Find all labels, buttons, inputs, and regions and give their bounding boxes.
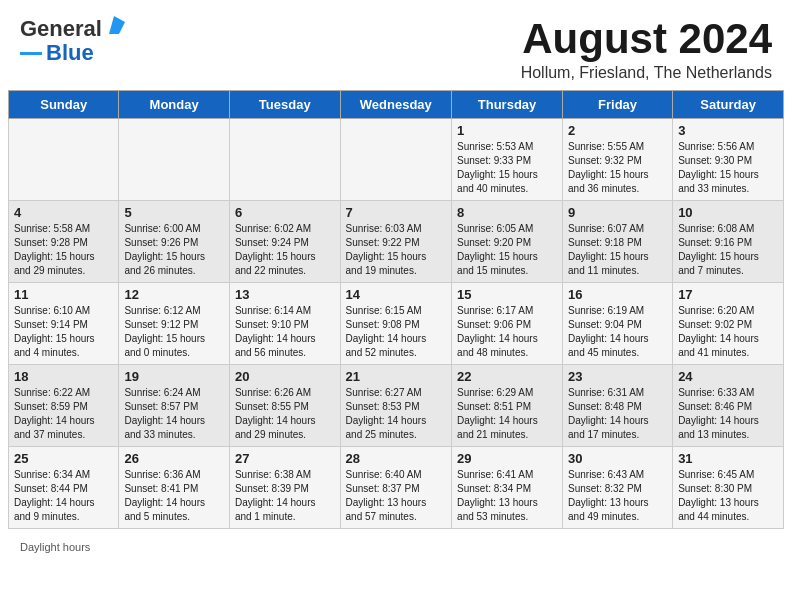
calendar-cell: 18Sunrise: 6:22 AM Sunset: 8:59 PM Dayli… [9, 365, 119, 447]
cell-content: Sunrise: 6:38 AM Sunset: 8:39 PM Dayligh… [235, 468, 335, 524]
calendar-cell: 24Sunrise: 6:33 AM Sunset: 8:46 PM Dayli… [673, 365, 784, 447]
calendar-cell: 23Sunrise: 6:31 AM Sunset: 8:48 PM Dayli… [563, 365, 673, 447]
calendar-cell: 26Sunrise: 6:36 AM Sunset: 8:41 PM Dayli… [119, 447, 230, 529]
cell-content: Sunrise: 5:53 AM Sunset: 9:33 PM Dayligh… [457, 140, 557, 196]
day-number: 16 [568, 287, 667, 302]
cell-content: Sunrise: 6:08 AM Sunset: 9:16 PM Dayligh… [678, 222, 778, 278]
calendar-header: Sunday Monday Tuesday Wednesday Thursday… [9, 91, 784, 119]
col-tuesday: Tuesday [229, 91, 340, 119]
calendar-cell [229, 119, 340, 201]
cell-content: Sunrise: 6:07 AM Sunset: 9:18 PM Dayligh… [568, 222, 667, 278]
day-number: 3 [678, 123, 778, 138]
day-number: 15 [457, 287, 557, 302]
cell-content: Sunrise: 6:40 AM Sunset: 8:37 PM Dayligh… [346, 468, 447, 524]
calendar-cell [119, 119, 230, 201]
day-number: 2 [568, 123, 667, 138]
calendar-cell: 11Sunrise: 6:10 AM Sunset: 9:14 PM Dayli… [9, 283, 119, 365]
logo: General Blue [20, 16, 125, 66]
col-monday: Monday [119, 91, 230, 119]
cell-content: Sunrise: 6:26 AM Sunset: 8:55 PM Dayligh… [235, 386, 335, 442]
calendar-cell: 6Sunrise: 6:02 AM Sunset: 9:24 PM Daylig… [229, 201, 340, 283]
day-number: 11 [14, 287, 113, 302]
col-wednesday: Wednesday [340, 91, 452, 119]
cell-content: Sunrise: 6:24 AM Sunset: 8:57 PM Dayligh… [124, 386, 224, 442]
calendar-cell: 19Sunrise: 6:24 AM Sunset: 8:57 PM Dayli… [119, 365, 230, 447]
cell-content: Sunrise: 6:15 AM Sunset: 9:08 PM Dayligh… [346, 304, 447, 360]
day-number: 17 [678, 287, 778, 302]
calendar-cell: 29Sunrise: 6:41 AM Sunset: 8:34 PM Dayli… [452, 447, 563, 529]
cell-content: Sunrise: 5:55 AM Sunset: 9:32 PM Dayligh… [568, 140, 667, 196]
calendar-wrapper: Sunday Monday Tuesday Wednesday Thursday… [0, 90, 792, 537]
footer: Daylight hours [0, 537, 792, 557]
day-number: 27 [235, 451, 335, 466]
calendar-cell: 22Sunrise: 6:29 AM Sunset: 8:51 PM Dayli… [452, 365, 563, 447]
calendar-body: 1Sunrise: 5:53 AM Sunset: 9:33 PM Daylig… [9, 119, 784, 529]
logo-line-icon [20, 52, 42, 55]
calendar-cell: 7Sunrise: 6:03 AM Sunset: 9:22 PM Daylig… [340, 201, 452, 283]
day-number: 30 [568, 451, 667, 466]
logo-blue-text: Blue [46, 40, 94, 66]
day-number: 13 [235, 287, 335, 302]
col-sunday: Sunday [9, 91, 119, 119]
month-year-title: August 2024 [521, 16, 772, 62]
day-number: 1 [457, 123, 557, 138]
calendar-cell: 21Sunrise: 6:27 AM Sunset: 8:53 PM Dayli… [340, 365, 452, 447]
calendar-cell: 13Sunrise: 6:14 AM Sunset: 9:10 PM Dayli… [229, 283, 340, 365]
logo-triangle-icon [103, 16, 125, 38]
calendar-cell: 16Sunrise: 6:19 AM Sunset: 9:04 PM Dayli… [563, 283, 673, 365]
calendar-cell: 12Sunrise: 6:12 AM Sunset: 9:12 PM Dayli… [119, 283, 230, 365]
calendar-week-row: 11Sunrise: 6:10 AM Sunset: 9:14 PM Dayli… [9, 283, 784, 365]
calendar-cell: 5Sunrise: 6:00 AM Sunset: 9:26 PM Daylig… [119, 201, 230, 283]
calendar-cell: 30Sunrise: 6:43 AM Sunset: 8:32 PM Dayli… [563, 447, 673, 529]
cell-content: Sunrise: 6:02 AM Sunset: 9:24 PM Dayligh… [235, 222, 335, 278]
day-number: 20 [235, 369, 335, 384]
calendar-cell: 28Sunrise: 6:40 AM Sunset: 8:37 PM Dayli… [340, 447, 452, 529]
calendar-cell: 2Sunrise: 5:55 AM Sunset: 9:32 PM Daylig… [563, 119, 673, 201]
logo-general-text: General [20, 16, 102, 42]
day-number: 29 [457, 451, 557, 466]
calendar-cell: 25Sunrise: 6:34 AM Sunset: 8:44 PM Dayli… [9, 447, 119, 529]
cell-content: Sunrise: 6:31 AM Sunset: 8:48 PM Dayligh… [568, 386, 667, 442]
day-number: 28 [346, 451, 447, 466]
cell-content: Sunrise: 6:12 AM Sunset: 9:12 PM Dayligh… [124, 304, 224, 360]
cell-content: Sunrise: 6:00 AM Sunset: 9:26 PM Dayligh… [124, 222, 224, 278]
calendar-cell [340, 119, 452, 201]
days-of-week-row: Sunday Monday Tuesday Wednesday Thursday… [9, 91, 784, 119]
calendar-cell: 8Sunrise: 6:05 AM Sunset: 9:20 PM Daylig… [452, 201, 563, 283]
day-number: 6 [235, 205, 335, 220]
cell-content: Sunrise: 6:34 AM Sunset: 8:44 PM Dayligh… [14, 468, 113, 524]
day-number: 7 [346, 205, 447, 220]
day-number: 12 [124, 287, 224, 302]
cell-content: Sunrise: 6:19 AM Sunset: 9:04 PM Dayligh… [568, 304, 667, 360]
day-number: 22 [457, 369, 557, 384]
cell-content: Sunrise: 6:43 AM Sunset: 8:32 PM Dayligh… [568, 468, 667, 524]
col-friday: Friday [563, 91, 673, 119]
day-number: 10 [678, 205, 778, 220]
day-number: 23 [568, 369, 667, 384]
cell-content: Sunrise: 6:45 AM Sunset: 8:30 PM Dayligh… [678, 468, 778, 524]
day-number: 9 [568, 205, 667, 220]
calendar-week-row: 25Sunrise: 6:34 AM Sunset: 8:44 PM Dayli… [9, 447, 784, 529]
day-number: 8 [457, 205, 557, 220]
cell-content: Sunrise: 6:10 AM Sunset: 9:14 PM Dayligh… [14, 304, 113, 360]
cell-content: Sunrise: 6:27 AM Sunset: 8:53 PM Dayligh… [346, 386, 447, 442]
calendar-week-row: 18Sunrise: 6:22 AM Sunset: 8:59 PM Dayli… [9, 365, 784, 447]
day-number: 19 [124, 369, 224, 384]
calendar-cell: 15Sunrise: 6:17 AM Sunset: 9:06 PM Dayli… [452, 283, 563, 365]
day-number: 31 [678, 451, 778, 466]
calendar-week-row: 4Sunrise: 5:58 AM Sunset: 9:28 PM Daylig… [9, 201, 784, 283]
calendar-week-row: 1Sunrise: 5:53 AM Sunset: 9:33 PM Daylig… [9, 119, 784, 201]
page-header: General Blue August 2024 Hollum, Friesla… [0, 0, 792, 90]
calendar-cell: 10Sunrise: 6:08 AM Sunset: 9:16 PM Dayli… [673, 201, 784, 283]
location-subtitle: Hollum, Friesland, The Netherlands [521, 64, 772, 82]
calendar-cell: 9Sunrise: 6:07 AM Sunset: 9:18 PM Daylig… [563, 201, 673, 283]
calendar-cell: 20Sunrise: 6:26 AM Sunset: 8:55 PM Dayli… [229, 365, 340, 447]
day-number: 18 [14, 369, 113, 384]
cell-content: Sunrise: 6:05 AM Sunset: 9:20 PM Dayligh… [457, 222, 557, 278]
calendar-cell: 1Sunrise: 5:53 AM Sunset: 9:33 PM Daylig… [452, 119, 563, 201]
cell-content: Sunrise: 6:33 AM Sunset: 8:46 PM Dayligh… [678, 386, 778, 442]
day-number: 4 [14, 205, 113, 220]
cell-content: Sunrise: 5:56 AM Sunset: 9:30 PM Dayligh… [678, 140, 778, 196]
day-number: 21 [346, 369, 447, 384]
day-number: 24 [678, 369, 778, 384]
